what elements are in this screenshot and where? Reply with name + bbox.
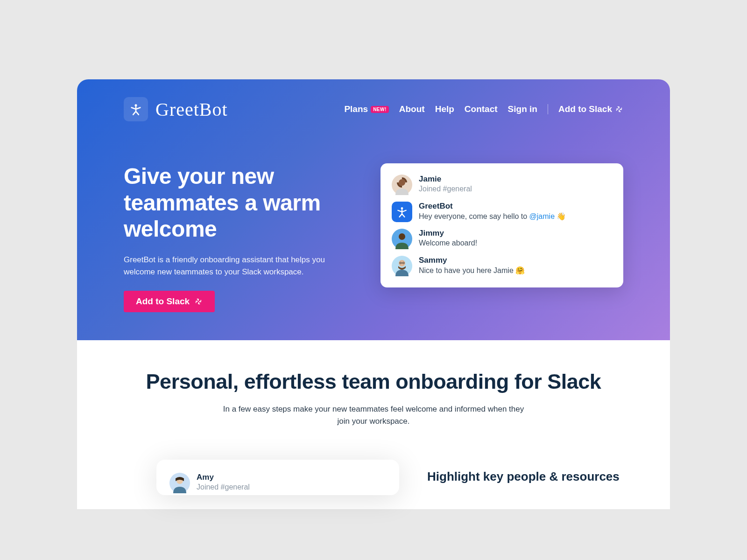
avatar bbox=[392, 229, 412, 249]
svg-rect-9 bbox=[196, 301, 198, 301]
top-nav: GreetBot Plans NEW! About Help Contact S… bbox=[124, 97, 623, 121]
section-subtitle: In a few easy steps make your new teamma… bbox=[219, 403, 528, 427]
feature-heading: Highlight key people & resources bbox=[427, 469, 623, 484]
nav-plans-label: Plans bbox=[344, 104, 368, 114]
svg-point-15 bbox=[197, 298, 198, 299]
nav-help[interactable]: Help bbox=[435, 104, 454, 114]
logo-icon bbox=[124, 97, 148, 121]
message-name: Jamie bbox=[419, 175, 609, 184]
hero-chat-card: Jamie Joined #general GreetBot bbox=[381, 163, 623, 287]
message-text: Nice to have you here Jamie 🤗 bbox=[419, 266, 609, 275]
svg-point-0 bbox=[134, 104, 137, 106]
svg-point-20 bbox=[399, 233, 405, 240]
message-name: Jimmy bbox=[419, 229, 609, 238]
cta-label: Add to Slack bbox=[136, 296, 190, 307]
nav-signin[interactable]: Sign in bbox=[508, 104, 537, 114]
message-name: Sammy bbox=[419, 256, 609, 265]
message-text: Joined #general bbox=[197, 483, 383, 491]
nav-about[interactable]: About bbox=[399, 104, 425, 114]
avatar bbox=[392, 256, 412, 276]
nav-contact[interactable]: Contact bbox=[465, 104, 498, 114]
chat-message: Amy Joined #general bbox=[169, 473, 383, 493]
svg-point-19 bbox=[401, 207, 403, 210]
slack-icon bbox=[615, 105, 623, 113]
svg-point-7 bbox=[618, 106, 619, 107]
mention[interactable]: @jamie bbox=[529, 212, 555, 220]
svg-point-8 bbox=[620, 111, 620, 112]
message-text: Welcome aboard! bbox=[419, 239, 609, 247]
nav-plans[interactable]: Plans NEW! bbox=[344, 104, 388, 114]
avatar bbox=[392, 175, 412, 195]
slack-icon bbox=[194, 297, 203, 306]
section-title: Personal, effortless team onboarding for… bbox=[124, 368, 623, 395]
svg-point-13 bbox=[196, 302, 197, 303]
chat-message: Jamie Joined #general bbox=[392, 175, 609, 195]
new-badge: NEW! bbox=[371, 106, 389, 113]
features-section: Personal, effortless team onboarding for… bbox=[77, 340, 670, 510]
feature-chat-card: Amy Joined #general bbox=[156, 460, 399, 495]
svg-point-16 bbox=[199, 303, 200, 304]
chat-message: GreetBot Hey everyone, come say hello to… bbox=[392, 202, 609, 222]
chat-message: Jimmy Welcome aboard! bbox=[392, 229, 609, 249]
svg-rect-1 bbox=[616, 109, 619, 110]
avatar bbox=[392, 202, 412, 222]
svg-point-14 bbox=[200, 300, 201, 301]
brand[interactable]: GreetBot bbox=[124, 97, 228, 121]
svg-point-5 bbox=[616, 110, 617, 111]
hero-title: Give your new teammates a warm welcome bbox=[124, 163, 352, 243]
message-name: Amy bbox=[197, 473, 383, 482]
brand-name: GreetBot bbox=[155, 98, 228, 120]
message-text: Joined #general bbox=[419, 185, 609, 193]
svg-rect-2 bbox=[620, 109, 622, 110]
hero-subtitle: GreetBot is a friendly onboarding assist… bbox=[124, 254, 338, 279]
avatar bbox=[169, 473, 190, 493]
add-to-slack-button[interactable]: Add to Slack bbox=[124, 291, 215, 312]
nav-add-to-slack-label: Add to Slack bbox=[558, 104, 612, 114]
message-name: GreetBot bbox=[419, 202, 609, 211]
svg-point-17 bbox=[399, 179, 405, 186]
svg-rect-10 bbox=[199, 301, 202, 302]
message-text: Hey everyone, come say hello to @jamie 👋 bbox=[419, 212, 609, 221]
nav-add-to-slack[interactable]: Add to Slack bbox=[558, 104, 623, 114]
nav-links: Plans NEW! About Help Contact Sign in Ad… bbox=[344, 104, 623, 114]
hero-section: GreetBot Plans NEW! About Help Contact S… bbox=[77, 79, 670, 340]
svg-point-6 bbox=[621, 108, 622, 109]
nav-separator bbox=[548, 104, 548, 114]
chat-message: Sammy Nice to have you here Jamie 🤗 bbox=[392, 256, 609, 276]
